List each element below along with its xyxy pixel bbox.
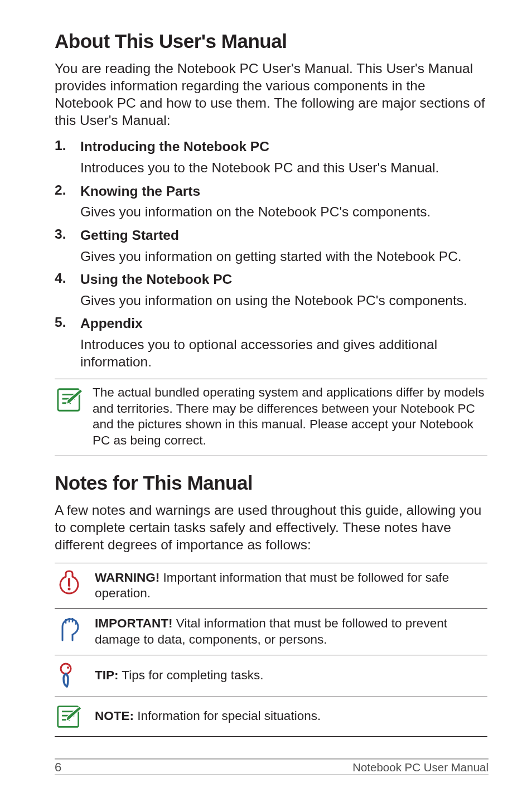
section-item: Appendix Introduces you to optional acce… [55, 315, 487, 371]
intro-paragraph-2: A few notes and warnings are used throug… [55, 502, 487, 554]
callout-note: NOTE: Information for special situations… [55, 697, 487, 737]
section-desc: Gives you information on using the Noteb… [80, 292, 487, 309]
note-text: The actual bundled operating system and … [93, 385, 487, 449]
callout-body: Tips for completing tasks. [119, 668, 264, 682]
callout-text: TIP: Tips for completing tasks. [95, 668, 487, 684]
intro-paragraph-1: You are reading the Notebook PC User's M… [55, 60, 487, 129]
section-title: Appendix [80, 315, 487, 332]
section-desc: Gives you information on the Notebook PC… [80, 203, 487, 220]
note-pencil-icon [55, 385, 93, 414]
callout-warning: WARNING! Important information that must… [55, 563, 487, 609]
page-heading-2: Notes for This Manual [55, 472, 487, 494]
section-title: Using the Notebook PC [80, 270, 487, 288]
warning-icon [55, 570, 95, 597]
section-item: Knowing the Parts Gives you information … [55, 182, 487, 221]
callout-label: NOTE: [95, 709, 134, 723]
section-title: Knowing the Parts [80, 182, 487, 200]
note-pencil-icon [55, 704, 95, 729]
page-footer: 6 Notebook PC User Manual [55, 758, 489, 775]
callout-text: WARNING! Important information that must… [95, 570, 487, 602]
callout-group: WARNING! Important information that must… [55, 563, 487, 737]
callout-body: Information for special situations. [134, 709, 321, 723]
important-hand-icon [55, 616, 95, 644]
footer-label: Notebook PC User Manual [352, 761, 489, 774]
section-desc: Introduces you to optional accessories a… [80, 336, 487, 371]
sections-list: Introducing the Notebook PC Introduces y… [55, 138, 487, 370]
section-desc: Introduces you to the Notebook PC and th… [80, 159, 487, 176]
callout-text: NOTE: Information for special situations… [95, 708, 487, 724]
page-heading-1: About This User's Manual [55, 30, 487, 52]
callout-label: TIP: [95, 668, 119, 682]
section-title: Getting Started [80, 226, 487, 244]
footer-page-number: 6 [55, 760, 61, 775]
callout-important: IMPORTANT! Vital information that must b… [55, 608, 487, 655]
tip-magnifier-icon [55, 662, 95, 690]
callout-label: IMPORTANT! [95, 616, 173, 630]
callout-text: IMPORTANT! Vital information that must b… [95, 616, 487, 648]
callout-tip: TIP: Tips for completing tasks. [55, 655, 487, 697]
note-block-top: The actual bundled operating system and … [55, 379, 487, 456]
section-item: Introducing the Notebook PC Introduces y… [55, 138, 487, 176]
section-desc: Gives you information on getting started… [80, 248, 487, 265]
section-title: Introducing the Notebook PC [80, 138, 487, 156]
section-item: Using the Notebook PC Gives you informat… [55, 270, 487, 309]
callout-label: WARNING! [95, 571, 159, 584]
section-item: Getting Started Gives you information on… [55, 226, 487, 265]
